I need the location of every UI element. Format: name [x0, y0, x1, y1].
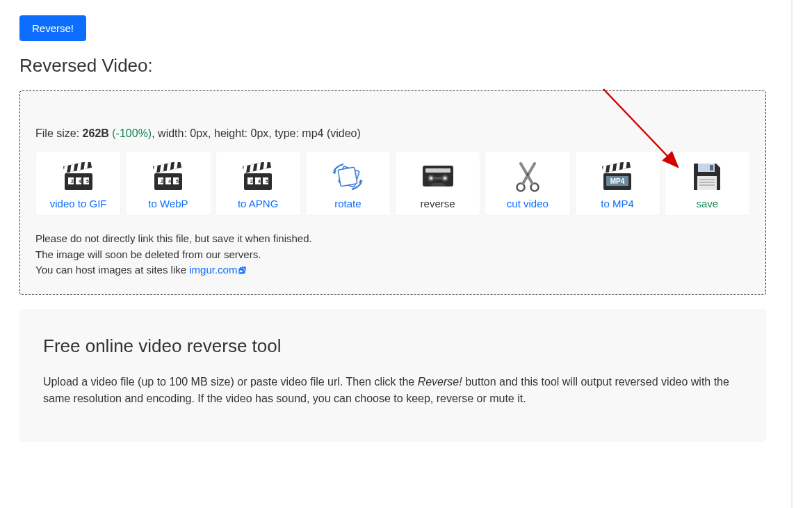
action-label: video to GIF: [36, 198, 120, 209]
action-label: save: [665, 198, 749, 209]
action-to-mp4[interactable]: MP4 to MP4: [575, 151, 660, 216]
svg-text:5: 5: [86, 179, 89, 184]
svg-text:MP4: MP4: [610, 177, 625, 185]
notice-text: Please do not directly link this file, b…: [35, 231, 750, 279]
action-label: to MP4: [576, 198, 660, 209]
info-panel: Free online video reverse tool Upload a …: [19, 309, 766, 442]
clapperboard-icon: 2 4 5: [216, 159, 300, 195]
output-panel: File size: 262B (-100%), width: 0px, hei…: [19, 90, 766, 295]
reverse-button[interactable]: Reverse!: [19, 15, 86, 41]
info-paragraph: Upload a video file (up to 100 MB size) …: [43, 374, 742, 407]
notice-line-2: The image will soon be deleted from our …: [35, 247, 750, 263]
info-text-a: Upload a video file (up to 100 MB size) …: [43, 376, 418, 388]
action-cut-video[interactable]: cut video: [485, 151, 570, 216]
action-label: reverse: [396, 198, 480, 209]
svg-point-50: [526, 173, 529, 176]
section-title: Reversed Video:: [19, 55, 766, 77]
info-text-em: Reverse!: [418, 376, 462, 388]
svg-rect-61: [697, 176, 717, 190]
svg-text:5: 5: [266, 179, 268, 184]
imgur-link[interactable]: imgur.com: [189, 264, 246, 276]
action-to-webp[interactable]: 2 4 5 to WebP: [125, 151, 211, 216]
svg-text:5: 5: [176, 179, 179, 184]
action-reverse[interactable]: reverse: [395, 151, 480, 216]
actions-row: 2 4 5 video to GIF: [35, 151, 750, 216]
notice-line-1: Please do not directly link this file, b…: [35, 231, 750, 247]
svg-marker-47: [430, 183, 446, 186]
svg-text:4: 4: [79, 179, 81, 184]
file-size-value: 262B: [83, 127, 109, 139]
clapperboard-icon: 2 4 5: [126, 159, 210, 195]
action-save[interactable]: save: [665, 151, 750, 216]
file-info-text: File size: 262B (-100%), width: 0px, hei…: [35, 127, 750, 140]
svg-rect-60: [710, 165, 713, 170]
svg-rect-46: [434, 177, 442, 180]
file-info-rest: , width: 0px, height: 0px, type: mp4 (vi…: [152, 127, 361, 139]
svg-rect-37: [338, 167, 357, 186]
external-link-icon: [238, 263, 246, 279]
action-video-to-gif[interactable]: 2 4 5 video to GIF: [35, 151, 121, 216]
file-info-prefix: File size:: [35, 127, 83, 139]
scissors-icon: [485, 159, 569, 195]
cassette-icon: [396, 159, 480, 195]
notice-line-3: You can host images at sites like imgur.…: [35, 262, 750, 279]
svg-point-43: [429, 177, 432, 180]
action-label: rotate: [306, 198, 390, 209]
notice-line-3-prefix: You can host images at sites like: [35, 264, 189, 276]
svg-text:4: 4: [168, 179, 171, 184]
action-to-apng[interactable]: 2 4 5 to APNG: [216, 151, 301, 216]
floppy-disk-icon: [665, 159, 749, 195]
action-label: to APNG: [216, 198, 300, 209]
clapperboard-mp4-icon: MP4: [576, 159, 660, 195]
imgur-link-text: imgur.com: [189, 264, 237, 276]
svg-text:2: 2: [161, 179, 163, 184]
svg-text:2: 2: [71, 179, 74, 184]
right-divider: [791, 0, 793, 508]
svg-point-45: [443, 177, 446, 180]
clapperboard-icon: 2 4 5: [36, 159, 120, 195]
action-label: cut video: [485, 198, 569, 209]
file-size-percent: (-100%): [109, 127, 152, 139]
action-label: to WebP: [126, 198, 210, 209]
info-heading: Free online video reverse tool: [43, 335, 742, 357]
svg-rect-41: [425, 168, 450, 173]
rotate-icon: [306, 159, 390, 195]
svg-text:4: 4: [258, 179, 261, 184]
action-rotate[interactable]: rotate: [305, 151, 391, 216]
svg-text:2: 2: [250, 179, 253, 184]
